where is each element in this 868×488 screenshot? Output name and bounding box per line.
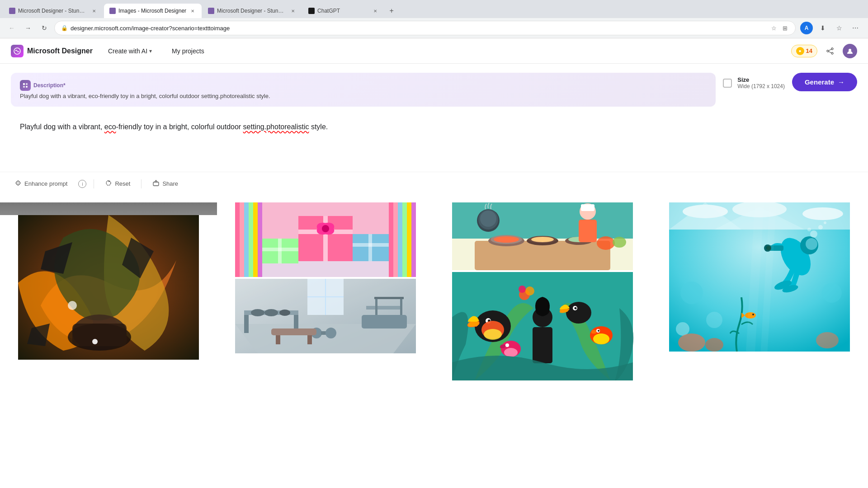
size-checkbox[interactable]	[723, 79, 732, 88]
reset-button[interactable]: Reset	[101, 178, 134, 190]
toucans-image	[434, 272, 651, 380]
settings-button[interactable]: ⋯	[848, 21, 863, 35]
coin-badge[interactable]: ● 14	[791, 45, 817, 57]
app-header: Microsoft Designer Create with AI ▾ My p…	[0, 38, 868, 64]
toolbar-divider-1	[94, 179, 94, 188]
profile-button[interactable]: A	[799, 21, 814, 35]
svg-point-92	[613, 237, 626, 248]
gallery-item-abstract[interactable]	[0, 215, 217, 361]
svg-rect-47	[402, 202, 407, 277]
svg-point-139	[816, 332, 839, 348]
my-projects-label: My projects	[172, 47, 204, 55]
reset-label: Reset	[115, 180, 130, 187]
gallery-item-kitchen[interactable]	[434, 202, 651, 272]
coin-count: 14	[806, 47, 812, 54]
gallery-item-gym[interactable]	[217, 279, 434, 355]
tab-title-1: Microsoft Designer - Stunning	[18, 8, 88, 14]
svg-rect-41	[249, 202, 253, 277]
svg-rect-95	[533, 327, 552, 363]
svg-point-113	[519, 286, 526, 293]
refresh-button[interactable]: ↻	[38, 22, 51, 34]
favorites-button[interactable]: ☆	[832, 21, 846, 35]
extension-icon[interactable]: ⊞	[781, 24, 789, 32]
address-bar[interactable]: 🔒 designer.microsoft.com/image-creator?s…	[54, 21, 796, 35]
svg-rect-45	[393, 202, 398, 277]
enhance-prompt-button[interactable]: Enhance prompt	[11, 178, 71, 190]
browser-toolbar-right: A ⬇ ☆ ⋯	[799, 21, 863, 35]
gallery-partial-top-1[interactable]	[0, 202, 217, 215]
star-icon[interactable]: ☆	[770, 24, 778, 32]
lock-icon: 🔒	[61, 25, 68, 31]
svg-point-132	[807, 228, 811, 231]
gallery-item-gifts[interactable]	[217, 202, 434, 279]
profile-avatar: A	[800, 22, 813, 34]
svg-rect-8	[26, 83, 28, 85]
toolbar-divider-2	[141, 179, 142, 188]
gifts-image	[217, 202, 434, 277]
svg-point-109	[504, 348, 518, 357]
browser-tab-2[interactable]: Images - Microsoft Designer ✕	[104, 4, 202, 18]
description-icon	[20, 80, 31, 91]
forward-button[interactable]: →	[22, 22, 34, 34]
svg-rect-89	[579, 220, 597, 242]
description-panel: Description* Playful dog with a vibrant,…	[11, 73, 857, 107]
gallery-item-diver[interactable]	[651, 202, 868, 353]
chevron-down-icon: ▾	[149, 48, 152, 54]
tab-title-4: ChatGPT	[317, 8, 369, 14]
back-button[interactable]: ←	[5, 22, 18, 34]
svg-point-129	[810, 230, 817, 238]
svg-point-133	[680, 282, 703, 304]
svg-point-10	[26, 86, 28, 88]
tab-close-3[interactable]: ✕	[289, 7, 297, 14]
share-header-button[interactable]	[823, 44, 837, 58]
tab-close-2[interactable]: ✕	[189, 7, 196, 14]
tab-favicon-1	[9, 8, 15, 14]
browser-tab-3[interactable]: Microsoft Designer - Stunning ✕	[203, 4, 302, 18]
new-tab-button[interactable]: +	[385, 5, 398, 17]
brand-logo	[11, 45, 24, 57]
browser-tab-4[interactable]: ChatGPT ✕	[303, 4, 384, 18]
svg-point-110	[505, 343, 509, 347]
create-with-ai-nav[interactable]: Create with AI ▾	[104, 45, 156, 57]
svg-point-82	[494, 236, 519, 243]
size-info: Size Wide (1792 x 1024)	[737, 76, 785, 89]
svg-point-19	[92, 339, 98, 344]
generate-button[interactable]: Generate →	[792, 73, 857, 91]
size-label: Size	[737, 76, 785, 83]
svg-line-5	[829, 52, 831, 53]
description-label: Description*	[20, 80, 707, 91]
svg-point-83	[531, 237, 554, 242]
browser-tab-1[interactable]: Microsoft Designer - Stunning ✕	[4, 4, 103, 18]
svg-point-130	[818, 225, 823, 230]
info-button[interactable]: i	[78, 180, 86, 188]
svg-rect-9	[23, 86, 25, 88]
tab-favicon-4	[308, 8, 315, 14]
downloads-button[interactable]: ⬇	[816, 21, 830, 35]
description-box[interactable]: Description* Playful dog with a vibrant,…	[11, 73, 716, 107]
svg-rect-39	[240, 202, 244, 277]
tab-close-1[interactable]: ✕	[90, 7, 98, 14]
svg-point-103	[575, 307, 577, 310]
gallery-item-toucans[interactable]	[434, 272, 651, 382]
tab-bar: Microsoft Designer - Stunning ✕ Images -…	[0, 0, 868, 18]
svg-point-137	[678, 333, 705, 352]
gallery-col-4	[651, 202, 868, 382]
prompt-area[interactable]: Playful dog with a vibrant, eco-friendly…	[11, 114, 857, 168]
url-text: designer.microsoft.com/image-creator?sce…	[71, 25, 767, 32]
tab-title-2: Images - Microsoft Designer	[118, 8, 186, 14]
svg-rect-18	[72, 324, 127, 346]
svg-point-2	[827, 50, 829, 52]
my-projects-nav[interactable]: My projects	[167, 45, 209, 57]
size-value: Wide (1792 x 1024)	[737, 83, 785, 89]
svg-rect-36	[278, 239, 282, 263]
enhance-prompt-label: Enhance prompt	[24, 180, 67, 187]
tab-close-4[interactable]: ✕	[372, 7, 379, 14]
underline-setting: setting.photorealistic	[243, 123, 309, 131]
svg-rect-43	[258, 202, 262, 277]
coin-icon: ●	[796, 47, 804, 55]
share-button[interactable]: Share	[149, 178, 182, 190]
main-content: Description* Playful dog with a vibrant,…	[0, 73, 868, 488]
brand[interactable]: Microsoft Designer	[11, 45, 93, 57]
user-avatar[interactable]	[843, 44, 857, 58]
brand-name: Microsoft Designer	[27, 47, 93, 55]
